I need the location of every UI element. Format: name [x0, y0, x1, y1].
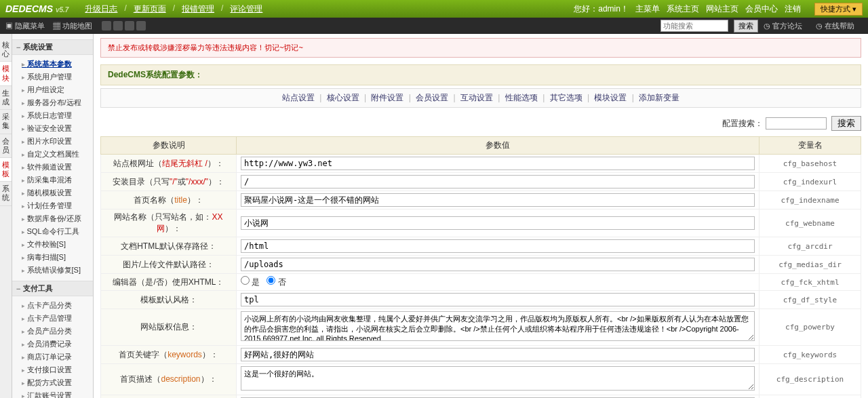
sidebar-item[interactable]: 自定义文档属性	[22, 148, 89, 161]
config-tab[interactable]: 核心设置	[327, 93, 359, 102]
sitemap-link[interactable]: ▦ 功能地图	[53, 21, 92, 31]
sidebar-group-title[interactable]: 支付工具	[12, 281, 93, 296]
config-tab[interactable]: 会员设置	[416, 93, 448, 102]
toplink[interactable]: 主菜单	[635, 4, 660, 14]
sidebar-item[interactable]: 用户组设定	[22, 83, 89, 96]
topbar: DEDECMS v5.7 升级日志/更新页面/报错管理/评论管理 您好：admi…	[0, 0, 868, 18]
vtab-核心[interactable]: 核心	[0, 38, 12, 62]
sidebar-item[interactable]: 系统错误修复[S]	[22, 264, 89, 277]
param-input[interactable]	[241, 293, 755, 306]
param-input[interactable]	[241, 157, 755, 170]
param-varname: cfg_medias_dir	[760, 256, 861, 274]
param-varname: cfg_keywords	[760, 346, 861, 364]
sidebar-item[interactable]: 系统基本参数	[22, 58, 89, 71]
sidebar-item[interactable]: 汇款账号设置	[22, 389, 89, 398]
sidebar-item[interactable]: 病毒扫描[S]	[22, 251, 89, 264]
sidebar-item[interactable]: 随机模板设置	[22, 186, 89, 199]
bbs-link[interactable]: ◷ 官方论坛	[764, 21, 802, 31]
vtab-系统[interactable]: 系统	[0, 182, 12, 205]
config-tab[interactable]: 性能选项	[505, 93, 538, 102]
palette-icon[interactable]	[102, 21, 111, 31]
sidebar-item[interactable]: 支付接口设置	[22, 363, 89, 376]
sidebar-item[interactable]: 软件频道设置	[22, 161, 89, 174]
param-label: 图片/上传文件默认路径：	[101, 256, 237, 274]
param-varname: cfg_powerby	[760, 309, 861, 346]
config-search-button[interactable]: 搜索	[831, 116, 861, 131]
sidebar-item[interactable]: 服务器分布/远程	[22, 96, 89, 109]
sidebar-item[interactable]: SQL命令行工具	[22, 225, 89, 238]
param-value	[237, 291, 760, 309]
param-input[interactable]	[241, 239, 755, 253]
vtab-会员[interactable]: 会员	[0, 134, 12, 158]
help-link[interactable]: ◷ 在线帮助	[816, 21, 854, 31]
sidebar-item[interactable]: 点卡产品分类	[22, 299, 89, 312]
sidebar-item[interactable]: 图片水印设置	[22, 135, 89, 148]
vtab-采集[interactable]: 采集	[0, 110, 12, 134]
param-value	[237, 173, 760, 191]
welcome-text: 您好：admin！	[574, 3, 629, 15]
param-value	[237, 364, 760, 395]
sidebar-item[interactable]: 系统用户管理	[22, 71, 89, 83]
toplink[interactable]: 系统主页	[667, 4, 699, 14]
param-value	[237, 237, 760, 256]
param-varname: cfg_fck_xhtml	[760, 274, 861, 291]
top-nav: 升级日志/更新页面/报错管理/评论管理	[82, 3, 265, 15]
config-search-line: 配置搜索： 搜索	[100, 113, 861, 134]
param-value	[237, 155, 760, 173]
sidebar-item[interactable]: 文件校验[S]	[22, 238, 89, 251]
param-input[interactable]	[241, 348, 755, 361]
palette-icon[interactable]	[125, 21, 134, 31]
config-tab[interactable]: 其它选项	[550, 93, 583, 102]
toplink[interactable]: 注销	[785, 4, 801, 14]
toplink[interactable]: 会员中心	[745, 4, 778, 14]
quick-access-button[interactable]: 快捷方式 ▾	[814, 3, 863, 16]
topnav-link[interactable]: 更新页面	[131, 3, 169, 15]
param-input[interactable]	[241, 216, 755, 230]
vtab-生成[interactable]: 生成	[0, 86, 12, 110]
function-search-input[interactable]	[660, 20, 728, 32]
param-input[interactable]	[241, 193, 755, 207]
config-tab[interactable]: 站点设置	[282, 93, 315, 102]
th-var: 变量名	[760, 137, 861, 155]
param-varname: cfg_arcdir	[760, 237, 861, 256]
config-tab[interactable]: 互动设置	[460, 93, 493, 102]
palette-icon[interactable]	[113, 21, 123, 31]
param-value	[237, 309, 760, 346]
param-radio-no[interactable]	[267, 276, 275, 285]
sidebar-item[interactable]: 验证安全设置	[22, 122, 89, 135]
param-label: 网站名称（只写站名，如：XX网）：	[101, 210, 237, 237]
darkbar: ▣ 隐藏菜单 ▦ 功能地图 搜索 ◷ 官方论坛 ◷ 在线帮助	[0, 18, 868, 34]
palette-icon[interactable]	[136, 21, 146, 31]
param-label: 文档HTML默认保存路径：	[101, 237, 237, 256]
topnav-link[interactable]: 升级日志	[82, 3, 120, 15]
sidebar-item[interactable]: 会员产品分类	[22, 325, 89, 338]
vtab-模块[interactable]: 模块	[0, 62, 12, 85]
param-input[interactable]	[241, 175, 755, 188]
topnav-link[interactable]: 评论管理	[227, 3, 265, 15]
param-label: 网站备案号：	[101, 395, 237, 399]
config-tab[interactable]: 添加新变量	[639, 93, 679, 102]
param-varname: cfg_description	[760, 364, 861, 395]
param-radio-yes[interactable]	[241, 276, 250, 285]
param-input[interactable]	[241, 258, 755, 271]
sidebar-item[interactable]: 计划任务管理	[22, 199, 89, 212]
sidebar-item[interactable]: 会员消费记录	[22, 338, 89, 351]
topnav-link[interactable]: 报错管理	[179, 3, 217, 15]
sidebar-item[interactable]: 数据库备份/还原	[22, 212, 89, 225]
sidebar-item[interactable]: 配货方式设置	[22, 376, 89, 389]
toplink[interactable]: 网站主页	[706, 4, 738, 14]
sidebar-item[interactable]: 防采集串混淆	[22, 174, 89, 186]
param-textarea[interactable]	[241, 366, 755, 391]
config-tab[interactable]: 模块设置	[594, 93, 627, 102]
config-tab[interactable]: 附件设置	[371, 93, 403, 102]
param-textarea[interactable]	[241, 311, 755, 341]
sidebar-group-title[interactable]: 系统设置	[12, 39, 93, 55]
sidebar-item[interactable]: 点卡产品管理	[22, 312, 89, 325]
function-search-button[interactable]: 搜索	[734, 20, 758, 33]
vtab-模板[interactable]: 模板	[0, 158, 12, 182]
hide-menu-link[interactable]: ▣ 隐藏菜单	[5, 21, 45, 31]
sidebar-item[interactable]: 商店订单记录	[22, 351, 89, 363]
config-table: 参数说明 参数值 变量名 站点根网址（结尾无斜杠 /）：cfg_basehost…	[100, 136, 861, 398]
config-search-input[interactable]	[766, 117, 827, 130]
sidebar-item[interactable]: 系统日志管理	[22, 109, 89, 122]
